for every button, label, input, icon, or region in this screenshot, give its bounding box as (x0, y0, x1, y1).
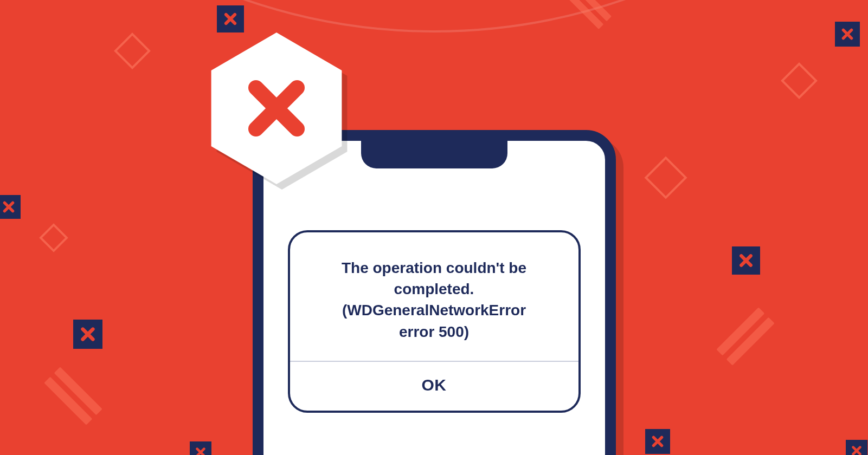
error-dialog: The operation couldn't be completed. (WD… (288, 230, 581, 413)
ok-button[interactable]: OK (306, 362, 562, 411)
deco-diamond (39, 223, 68, 252)
deco-diamond (644, 156, 687, 199)
deco-diamond (114, 32, 151, 69)
x-icon (241, 73, 312, 144)
error-hexagon-icon (201, 32, 352, 184)
phone-notch (361, 140, 507, 168)
deco-bars (40, 363, 106, 429)
deco-bars (562, 0, 614, 32)
dialog-message: The operation couldn't be completed. (WD… (306, 257, 562, 342)
x-badge-icon (835, 22, 860, 47)
x-badge-icon (217, 5, 244, 32)
x-badge-icon (645, 429, 670, 454)
x-badge-icon (846, 440, 867, 455)
background-rings (0, 0, 868, 49)
x-badge-icon (732, 246, 760, 275)
x-badge-icon (190, 441, 211, 455)
deco-diamond (781, 62, 818, 99)
deco-bars (712, 303, 779, 369)
x-badge-icon (73, 320, 102, 349)
x-badge-icon (0, 195, 21, 219)
